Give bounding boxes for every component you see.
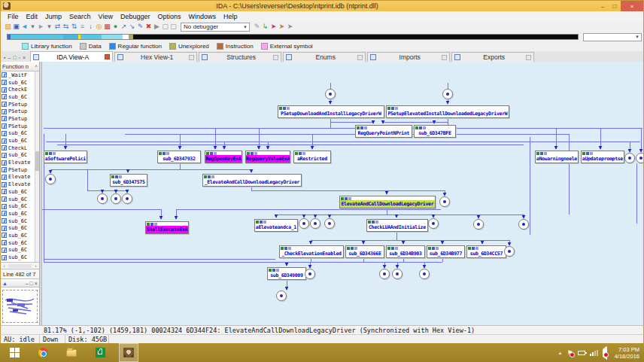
graph-node[interactable]: ElevateAndCallDownloadLegacyDriver: [339, 196, 436, 208]
volume-icon[interactable]: [603, 349, 607, 357]
function-list-item[interactable]: f PSetup: [1, 115, 35, 123]
functions-horizontal-scrollbar[interactable]: ‹ ›: [1, 262, 39, 269]
forward-icon[interactable]: ►: [37, 22, 45, 32]
xrefs-to-icon[interactable]: ⇄: [53, 22, 62, 32]
menu-item[interactable]: Edit: [23, 13, 42, 20]
function-list-item[interactable]: f sub_6C: [1, 210, 35, 218]
graph-entry-circle[interactable]: [325, 89, 336, 99]
function-list-item[interactable]: f sub_6C: [1, 93, 35, 101]
colors-icon[interactable]: ▩: [103, 22, 111, 32]
graph-node[interactable]: sub_6D34B977: [427, 245, 465, 258]
graph-node[interactable]: aSoftwarePolici: [44, 151, 87, 163]
function-list-item[interactable]: f sub_6C: [1, 188, 35, 196]
graph-entry-circle[interactable]: [473, 219, 484, 230]
close-button[interactable]: ×: [621, 1, 643, 11]
function-list-item[interactable]: f CheckL: [1, 144, 35, 152]
function-list-item[interactable]: f sub_6C: [1, 218, 35, 225]
graph-entry-circle[interactable]: [442, 89, 453, 99]
run-script-icon[interactable]: ●: [111, 22, 120, 32]
debug-pause-icon[interactable]: ▢: [161, 22, 169, 32]
tab-ida-view-a[interactable]: IDA View-A: [30, 51, 113, 62]
menu-item[interactable]: Windows: [185, 13, 220, 20]
overview-minimize-icon[interactable]: –: [26, 281, 29, 286]
debug-stop-icon[interactable]: ▢: [169, 22, 178, 32]
scrollbar-thumb[interactable]: [35, 151, 39, 171]
graph-node[interactable]: sub_6D347932: [157, 151, 201, 163]
graph-node[interactable]: _ElevateAndCallDownloadLegacyDriver: [202, 174, 302, 187]
tab-imports[interactable]: Imports: [367, 52, 450, 62]
function-list-item[interactable]: f PSetup: [1, 123, 35, 130]
graph-entry-circle[interactable]: [324, 218, 335, 229]
tab-close-icon[interactable]: [105, 54, 110, 59]
panel-float-icon[interactable]: ▫: [19, 55, 20, 60]
graph-node[interactable]: _CheckElevationEnabled: [279, 245, 344, 258]
function-list-item[interactable]: f CheckE: [1, 86, 35, 93]
graph-node[interactable]: CheckLUAAndInitialize: [366, 219, 428, 232]
graph-node[interactable]: ShellExecuteExA: [145, 221, 189, 234]
store-taskbar-icon[interactable]: [86, 343, 114, 362]
tab-structures[interactable]: Structures: [199, 52, 281, 62]
debug-run-icon[interactable]: ▶: [153, 22, 161, 32]
graph-node[interactable]: sub_6D349009: [267, 267, 306, 280]
functions-vertical-scrollbar[interactable]: [35, 71, 39, 262]
function-list-item[interactable]: f PSetup: [1, 166, 35, 174]
debugger-options-icon[interactable]: ✎: [253, 22, 261, 32]
graph-node[interactable]: RegQueryPointNPrint: [355, 125, 412, 138]
step-into-icon[interactable]: ↳: [261, 22, 269, 32]
tab-enums[interactable]: Enums: [283, 52, 366, 62]
jump-address-icon[interactable]: ⇅: [70, 22, 78, 32]
function-list-item[interactable]: f sub_6C: [1, 254, 35, 261]
tab-hex-view-1[interactable]: Hex View-1: [114, 52, 197, 62]
tab-close-icon[interactable]: [273, 55, 278, 60]
save-icon[interactable]: ▣: [12, 22, 20, 32]
menu-item[interactable]: View: [95, 13, 117, 20]
overview-restore-icon[interactable]: □: [30, 281, 33, 286]
graph-entry-circle[interactable]: [379, 269, 390, 279]
function-list-item[interactable]: f Elevate: [1, 159, 35, 166]
scroll-left-icon[interactable]: ‹: [1, 263, 8, 268]
graph-node[interactable]: RegOpenKeyExA: [205, 151, 242, 163]
graph-entry-circle[interactable]: [122, 193, 132, 204]
start-button[interactable]: [0, 343, 29, 362]
file-explorer-taskbar-icon[interactable]: [57, 343, 86, 362]
clock[interactable]: 7:03 PM 4/18/2016: [612, 346, 639, 360]
panel-minimize-icon[interactable]: –: [8, 55, 11, 60]
menu-item[interactable]: File: [4, 13, 23, 20]
graph-node[interactable]: PSetupDownloadAndInstallLegacyDriverW: [278, 105, 384, 118]
graph-entry-circle[interactable]: [428, 218, 439, 229]
function-list-item[interactable]: f sub_6C: [1, 247, 35, 254]
scroll-right-icon[interactable]: ›: [32, 263, 39, 268]
panel-close-icon[interactable]: ×: [23, 55, 26, 60]
battery-icon[interactable]: [578, 351, 585, 355]
list-icon[interactable]: ≡: [78, 22, 87, 32]
debugger-combo[interactable]: No debugger ▼: [181, 23, 250, 32]
graph-node[interactable]: aRestricted: [293, 151, 331, 163]
graph-entry-circle[interactable]: [419, 269, 430, 279]
hidden-icons-chevron[interactable]: ▲: [558, 351, 563, 355]
scrollbar-track[interactable]: [8, 264, 32, 268]
graph-entry-circle[interactable]: [45, 174, 56, 184]
graph-entry-circle[interactable]: [636, 153, 643, 163]
graph-canvas[interactable]: PSetupDownloadAndInstallLegacyDriverWPSe…: [42, 62, 643, 325]
graph-entry-circle[interactable]: [518, 219, 529, 230]
run-until-icon[interactable]: ➤: [269, 22, 278, 32]
function-list-item[interactable]: f sub_6C: [1, 79, 35, 87]
back-dropdown-icon[interactable]: ▾: [29, 22, 37, 32]
menu-item[interactable]: Search: [65, 13, 95, 20]
graph-node[interactable]: sub_6D347575: [110, 174, 147, 187]
xrefs-from-icon[interactable]: ⇆: [62, 22, 70, 32]
graph-node[interactable]: sub_6D34CC57: [466, 245, 506, 258]
graph-node[interactable]: aNowarningnoele: [535, 151, 579, 163]
graph-entry-circle[interactable]: [299, 218, 309, 229]
function-list-item[interactable]: f PSetup: [1, 108, 35, 115]
tab-close-icon[interactable]: [189, 55, 194, 60]
ida-taskbar-icon[interactable]: [114, 343, 143, 362]
chrome-taskbar-icon[interactable]: [29, 343, 57, 362]
graph-node[interactable]: aElevateandca_1: [254, 219, 298, 232]
open-file-icon[interactable]: ▨: [4, 22, 12, 32]
action-center-flag-icon[interactable]: ⚑: [567, 349, 573, 357]
graph-entry-circle[interactable]: [276, 291, 287, 301]
graph-node[interactable]: aUpdatepromptse: [581, 151, 624, 163]
graph-entry-circle[interactable]: [504, 246, 515, 257]
overview-close-icon[interactable]: ×: [35, 281, 38, 286]
